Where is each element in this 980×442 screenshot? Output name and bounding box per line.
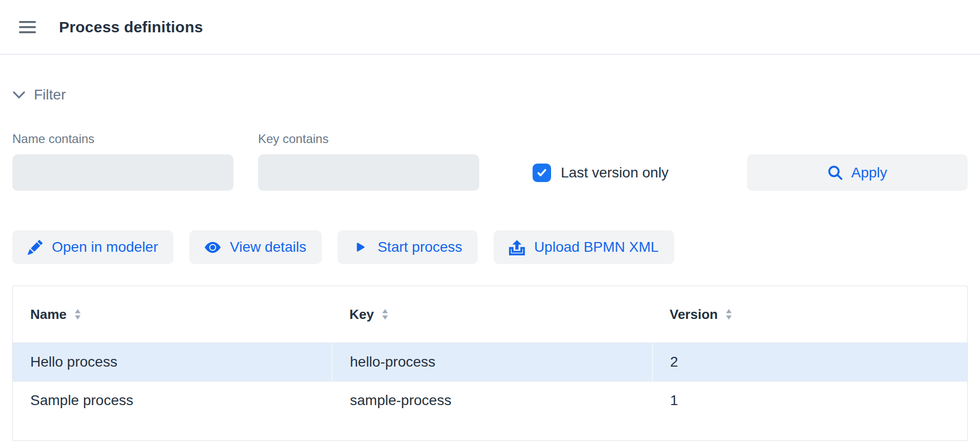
cell-key: sample-process <box>332 381 652 419</box>
start-process-button[interactable]: Start process <box>338 230 478 264</box>
upload-icon <box>509 239 525 255</box>
open-in-modeler-label: Open in modeler <box>52 239 158 255</box>
view-details-button[interactable]: View details <box>189 230 322 264</box>
play-icon <box>353 239 368 255</box>
search-icon <box>828 165 843 180</box>
filter-section-label: Filter <box>34 87 66 103</box>
topbar: Process definitions <box>0 0 980 55</box>
column-header-name[interactable]: Name <box>13 286 332 343</box>
column-header-name-label: Name <box>30 307 67 323</box>
column-header-version-label: Version <box>670 307 718 323</box>
cell-name: Sample process <box>13 381 332 419</box>
eye-icon <box>205 239 221 255</box>
start-process-label: Start process <box>378 239 462 255</box>
name-contains-field: Name contains <box>12 132 233 191</box>
sort-icon <box>74 309 81 320</box>
column-header-version[interactable]: Version <box>652 286 967 343</box>
cell-version: 2 <box>652 343 967 381</box>
filter-form: Name contains Key contains Last version … <box>12 132 968 191</box>
view-details-label: View details <box>230 239 306 255</box>
table-row[interactable]: Sample process sample-process 1 <box>13 381 967 419</box>
sort-icon <box>382 309 388 320</box>
upload-bpmn-xml-button[interactable]: Upload BPMN XML <box>494 230 674 264</box>
table-row[interactable]: Hello process hello-process 2 <box>13 343 967 381</box>
checkbox-checked-icon[interactable] <box>533 164 551 182</box>
cell-name: Hello process <box>13 343 332 381</box>
process-definitions-page: Process definitions Filter Name contains… <box>0 0 980 441</box>
action-buttons-row: Open in modeler View details Start pr <box>12 230 968 264</box>
table-header-row: Name Key <box>13 286 967 343</box>
column-header-key[interactable]: Key <box>332 286 652 343</box>
name-contains-input[interactable] <box>12 154 233 191</box>
cell-version: 1 <box>652 381 967 419</box>
key-contains-field: Key contains <box>258 132 479 191</box>
open-in-modeler-button[interactable]: Open in modeler <box>12 230 173 264</box>
column-header-key-label: Key <box>349 307 374 323</box>
hamburger-icon <box>19 21 36 34</box>
chevron-down-icon <box>12 90 26 99</box>
apply-button-label: Apply <box>851 165 887 181</box>
cell-key: hello-process <box>332 343 652 381</box>
filter-section-toggle[interactable]: Filter <box>12 87 66 103</box>
last-version-only-label[interactable]: Last version only <box>561 165 669 181</box>
key-contains-input[interactable] <box>258 154 479 191</box>
apply-button[interactable]: Apply <box>747 154 968 191</box>
page-title: Process definitions <box>59 18 203 36</box>
pencil-icon <box>28 240 43 255</box>
process-definitions-table: Name Key <box>12 286 968 441</box>
last-version-only-checkbox[interactable]: Last version only <box>533 164 669 182</box>
name-contains-label: Name contains <box>12 132 233 146</box>
main-content: Filter Name contains Key contains Last v… <box>0 87 980 441</box>
key-contains-label: Key contains <box>258 132 479 146</box>
hamburger-menu-button[interactable] <box>19 21 36 34</box>
sort-icon <box>726 309 732 320</box>
upload-bpmn-xml-label: Upload BPMN XML <box>534 239 659 255</box>
